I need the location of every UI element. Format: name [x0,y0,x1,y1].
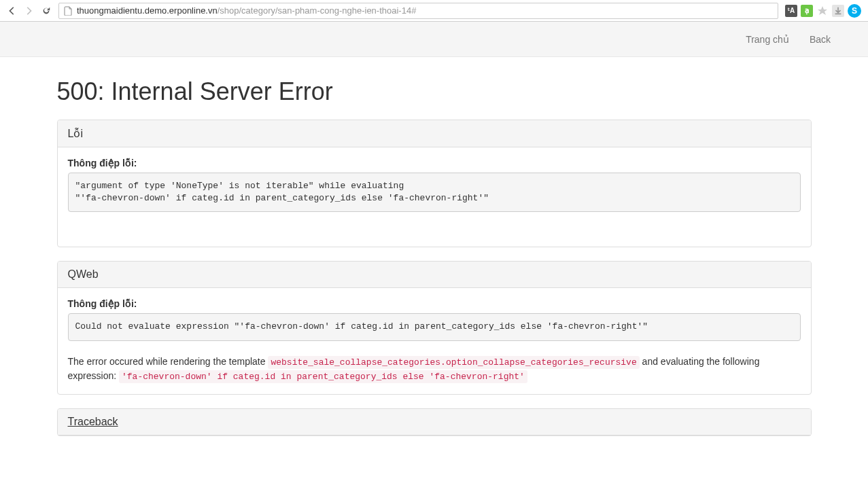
url-host: thuongmaidientu.demo.erponline.vn [77,5,218,16]
browser-forward-button[interactable] [23,5,34,16]
error-panel-body: Thông điệp lỗi: "argument of type 'NoneT… [58,147,811,247]
page-title: 500: Internal Server Error [57,77,812,106]
qweb-panel-heading: QWeb [58,262,811,288]
skype-icon[interactable]: S [848,4,861,18]
nav-home-link[interactable]: Trang chủ [735,24,799,55]
bookmark-star-icon[interactable] [816,5,829,17]
error-panel-heading: Lỗi [58,120,811,147]
error-message-pre: "argument of type 'NoneType' is not iter… [68,173,801,212]
error-panel: Lỗi Thông điệp lỗi: "argument of type 'N… [57,120,812,247]
desc-prefix: The error occured while rendering the te… [68,356,268,367]
nav-back-link[interactable]: Back [799,24,841,55]
qweb-message-label: Thông điệp lỗi: [68,298,801,309]
template-name-code: website_sale_collapse_categories.option_… [268,356,639,369]
browser-nav-arrows [4,5,37,16]
download-icon[interactable] [832,5,844,17]
browser-extension-icons: ᵗA ạ S [782,4,864,18]
extension-a-icon[interactable]: ạ [801,5,813,17]
qweb-message-pre: Could not evaluate expression "'fa-chevr… [68,313,801,340]
top-navbar: Trang chủ Back [0,22,868,57]
translate-icon[interactable]: ᵗA [785,5,797,17]
url-path: /shop/category/san-pham-cong-nghe-ien-th… [218,5,417,16]
browser-address-bar[interactable]: thuongmaidientu.demo.erponline.vn/shop/c… [58,3,778,19]
traceback-panel-heading[interactable]: Traceback [58,409,811,435]
main-container: 500: Internal Server Error Lỗi Thông điệ… [47,77,822,436]
browser-chrome: thuongmaidientu.demo.erponline.vn/shop/c… [0,0,868,22]
qweb-panel-body: Thông điệp lỗi: Could not evaluate expre… [58,288,811,393]
expression-code: 'fa-chevron-down' if categ.id in parent_… [119,370,527,383]
url-text: thuongmaidientu.demo.erponline.vn/shop/c… [77,5,416,16]
qweb-error-description: The error occured while rendering the te… [68,355,801,384]
browser-back-button[interactable] [7,5,18,16]
spacer [68,212,801,236]
traceback-heading-text: Traceback [68,416,118,427]
traceback-panel: Traceback [57,408,812,436]
page-icon [63,6,73,16]
error-message-label: Thông điệp lỗi: [68,158,801,168]
qweb-panel: QWeb Thông điệp lỗi: Could not evaluate … [57,261,812,394]
browser-reload-button[interactable] [41,5,52,16]
